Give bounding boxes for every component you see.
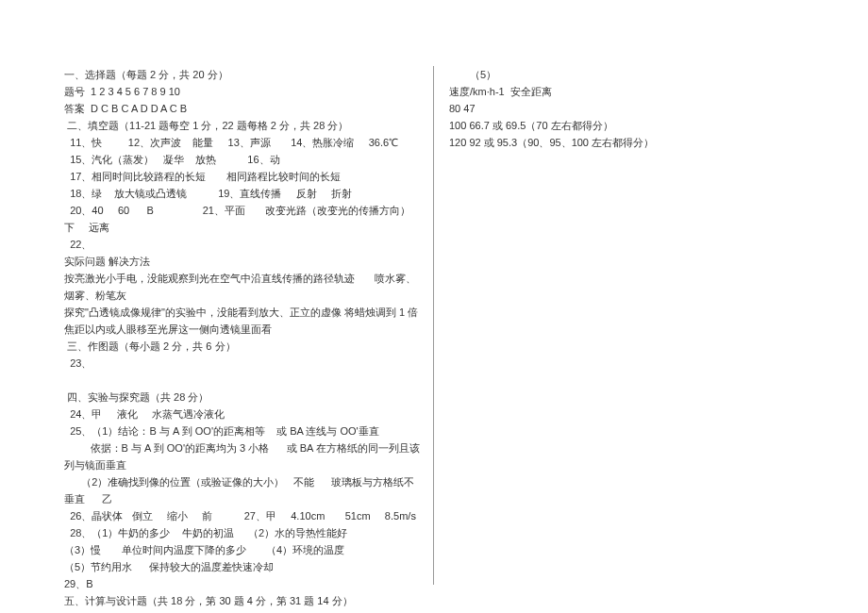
q31-5-label: （5） xyxy=(449,66,840,83)
q15-16: 15、汽化（蒸发） 凝华 放热 16、动 xyxy=(64,151,424,168)
q25-1b: 依据：B 与 A 到 OO'的距离均为 3 小格 或 BA 在方格纸的同一列且该… xyxy=(64,439,424,473)
answer-row: 答案 D C B C A D D A C B xyxy=(64,100,424,117)
q25-2: （2）准确找到像的位置（或验证像的大小） 不能 玻璃板与方格纸不垂直 乙 xyxy=(64,473,424,507)
left-column: 一、选择题（每题 2 分，共 20 分） 题号 1 2 3 4 5 6 7 8 … xyxy=(0,66,434,585)
q11-14: 11、快 12、次声波 能量 13、声源 14、热胀冷缩 36.6℃ xyxy=(64,134,424,151)
q31-5-table-header: 速度/km·h-1 安全距离 xyxy=(449,83,840,100)
q28-1-2: 28、（1）牛奶的多少 牛奶的初温 （2）水的导热性能好 xyxy=(64,524,424,541)
q29: 29、B xyxy=(64,575,424,592)
section-1-heading: 一、选择题（每题 2 分，共 20 分） xyxy=(64,66,424,83)
blank-line xyxy=(64,372,424,389)
q22: 22、 xyxy=(64,236,424,253)
q22-table-header: 实际问题 解决方法 xyxy=(64,253,424,270)
q31-5-row3: 120 92 或 95.3（90、95、100 左右都得分） xyxy=(449,134,840,151)
q17: 17、相同时间比较路程的长短 相同路程比较时间的长短 xyxy=(64,168,424,185)
q22-row1: 按亮激光小手电，没能观察到光在空气中沿直线传播的路径轨迹 喷水雾、烟雾、粉笔灰 xyxy=(64,270,424,304)
q20-21: 20、40 60 B 21、平面 改变光路（改变光的传播方向） 下 远离 xyxy=(64,202,424,236)
section-5-heading: 五、计算与设计题（共 18 分，第 30 题 4 分，第 31 题 14 分） xyxy=(64,592,424,609)
q26-27: 26、晶状体 倒立 缩小 前 27、甲 4.10cm 51cm 8.5m/s xyxy=(64,507,424,524)
section-3-heading: 三、作图题（每小题 2 分，共 6 分） xyxy=(64,338,424,355)
q28-5: （5）节约用水 保持较大的温度差快速冷却 xyxy=(64,558,424,575)
q31-5-row2: 100 66.7 或 69.5（70 左右都得分） xyxy=(449,117,840,134)
q30-31-1-2: 30、41.7km/h 31、（1）0.6 或 0.7s （2）16.7m 或 … xyxy=(64,609,424,613)
q22-row2: 探究"凸透镜成像规律"的实验中，没能看到放大、正立的虚像 将蜡烛调到 1 倍焦距… xyxy=(64,304,424,338)
q23: 23、 xyxy=(64,355,424,372)
page-container: 一、选择题（每题 2 分，共 20 分） 题号 1 2 3 4 5 6 7 8 … xyxy=(0,0,868,613)
question-number-row: 题号 1 2 3 4 5 6 7 8 9 10 xyxy=(64,83,424,100)
section-4-heading: 四、实验与探究题（共 28 分） xyxy=(64,389,424,406)
q31-5-row1: 80 47 xyxy=(449,100,840,117)
right-column: （5） 速度/km·h-1 安全距离 80 47 100 66.7 或 69.5… xyxy=(434,66,868,585)
q25-1: 25、（1）结论：B 与 A 到 OO'的距离相等 或 BA 连线与 OO'垂直 xyxy=(64,422,424,439)
q24: 24、甲 液化 水蒸气遇冷液化 xyxy=(64,406,424,422)
section-2-heading: 二、填空题（11-21 题每空 1 分，22 题每格 2 分，共 28 分） xyxy=(64,117,424,134)
q28-3-4: （3）慢 单位时间内温度下降的多少 （4）环境的温度 xyxy=(64,541,424,558)
q18-19: 18、绿 放大镜或凸透镜 19、直线传播 反射 折射 xyxy=(64,185,424,202)
